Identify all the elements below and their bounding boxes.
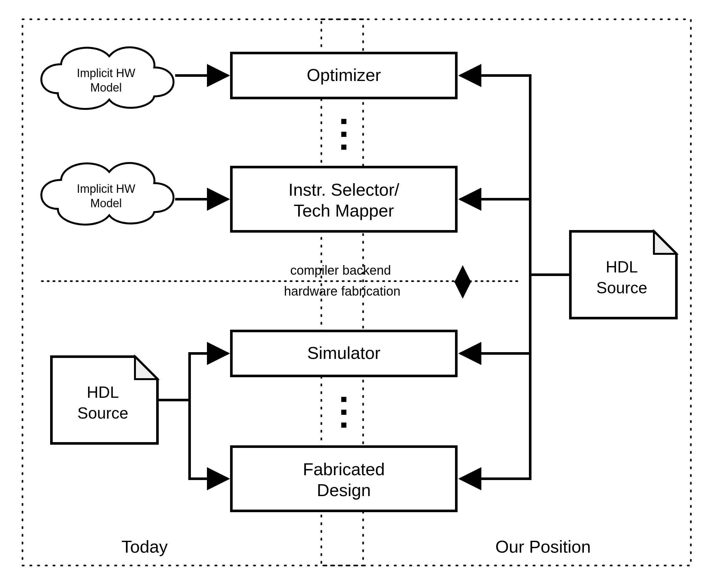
box-optimizer: Optimizer xyxy=(231,53,456,98)
diagram-canvas: Today Our Position Implicit HW Model Imp… xyxy=(0,0,714,588)
box-selector: Instr. Selector/ Tech Mapper xyxy=(231,167,456,231)
fab-label-1: Fabricated xyxy=(303,460,385,479)
vertical-ellipsis-2 xyxy=(341,397,346,428)
simulator-label: Simulator xyxy=(307,343,380,362)
selector-label-2: Tech Mapper xyxy=(294,201,394,220)
svg-rect-6 xyxy=(341,145,346,150)
svg-rect-7 xyxy=(341,397,346,402)
arrow-right-simulator xyxy=(460,275,530,353)
doc-left-label-1: HDL xyxy=(87,383,119,401)
cloud1-label-1: Implicit HW xyxy=(77,66,135,80)
arrow-right-fabricated xyxy=(460,353,530,479)
group-label-today: Today xyxy=(122,537,168,556)
fab-label-2: Design xyxy=(317,480,371,500)
arrow-right-optimizer xyxy=(460,76,530,275)
doc-hdl-right: HDL Source xyxy=(570,231,676,318)
separator-label-bottom: hardware fabrication xyxy=(284,284,400,298)
doc-left-label-2: Source xyxy=(78,404,128,422)
svg-rect-9 xyxy=(341,422,346,428)
cloud1-label-2: Model xyxy=(90,81,122,94)
cloud-implicit-hw-2: Implicit HW Model xyxy=(41,163,173,225)
selector-label-1: Instr. Selector/ xyxy=(288,180,399,199)
group-label-our-position: Our Position xyxy=(495,537,591,556)
separator: compiler backend hardware fabrication xyxy=(42,263,517,298)
doc-right-label-1: HDL xyxy=(606,258,638,276)
optimizer-label: Optimizer xyxy=(307,65,381,84)
cloud2-label-1: Implicit HW xyxy=(77,182,135,195)
cloud-implicit-hw-1: Implicit HW Model xyxy=(41,47,173,109)
box-simulator: Simulator xyxy=(231,331,456,376)
box-fabricated: Fabricated Design xyxy=(231,447,456,511)
arrow-hdldoc-fabricated xyxy=(190,400,228,479)
doc-hdl-left: HDL Source xyxy=(51,357,158,443)
arrow-hdldoc-simulator xyxy=(158,353,228,400)
vertical-ellipsis-1 xyxy=(341,119,346,150)
doc-right-label-2: Source xyxy=(596,279,647,297)
svg-rect-8 xyxy=(341,410,346,415)
svg-rect-4 xyxy=(341,119,346,124)
cloud2-label-2: Model xyxy=(90,197,122,210)
separator-label-top: compiler backend xyxy=(290,263,391,277)
svg-rect-5 xyxy=(341,132,346,137)
